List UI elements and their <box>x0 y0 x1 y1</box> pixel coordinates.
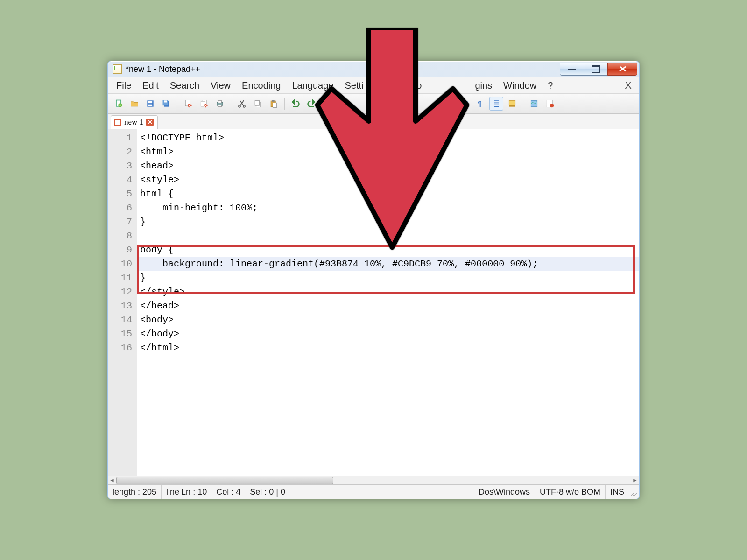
status-sel: Sel : 0 | 0 <box>245 485 290 499</box>
svg-rect-22 <box>273 103 276 107</box>
code-area[interactable]: <!DOCTYPE html><html><head><style>html {… <box>137 129 639 476</box>
minimize-button[interactable] <box>560 63 584 76</box>
code-line[interactable]: <!DOCTYPE html> <box>137 131 639 145</box>
code-line[interactable]: </head> <box>137 299 639 313</box>
menu-search[interactable]: Search <box>164 78 205 93</box>
open-file-icon[interactable] <box>127 97 141 111</box>
show-chars-icon[interactable]: ¶ <box>473 97 487 111</box>
line-gutter: 12345678910111213141516 <box>108 129 137 476</box>
menu-file[interactable]: File <box>111 78 137 93</box>
status-mode: INS <box>606 485 629 499</box>
titlebar: *new 1 - Notepad++ ✕ <box>108 61 639 77</box>
code-line[interactable]: min-height: 100%; <box>137 201 639 215</box>
code-line[interactable]: </style> <box>137 285 639 299</box>
line-number: 6 <box>108 201 137 215</box>
menu-window[interactable]: Window <box>498 78 542 93</box>
menu-macro[interactable]: acro <box>398 78 428 93</box>
menu-plugins[interactable]: gins <box>469 78 498 93</box>
svg-rect-27 <box>509 105 515 106</box>
scroll-left-icon[interactable]: ◄ <box>108 476 116 484</box>
code-line[interactable]: <style> <box>137 173 639 187</box>
status-line-fragment: line <box>162 485 180 499</box>
statusbar: length : 205 line Ln : 10 Col : 4 Sel : … <box>108 484 639 499</box>
svg-rect-7 <box>164 100 167 102</box>
line-number: 7 <box>108 215 137 229</box>
paste-icon[interactable] <box>267 97 281 111</box>
scroll-thumb[interactable] <box>116 477 333 484</box>
line-number: 5 <box>108 187 137 201</box>
save-icon[interactable] <box>143 97 157 111</box>
doc-map-icon[interactable] <box>527 97 541 111</box>
line-number: 10 <box>108 257 137 271</box>
tab-close-icon[interactable]: ✕ <box>146 119 154 126</box>
scroll-right-icon[interactable]: ► <box>631 476 639 484</box>
save-all-icon[interactable] <box>159 97 173 111</box>
code-line[interactable]: html { <box>137 187 639 201</box>
copy-icon[interactable] <box>251 97 265 111</box>
svg-rect-23 <box>439 100 443 105</box>
cut-icon[interactable] <box>235 97 249 111</box>
line-number: 8 <box>108 229 137 243</box>
code-line[interactable]: <body> <box>137 313 639 327</box>
line-number: 16 <box>108 341 137 355</box>
svg-text:¶: ¶ <box>478 99 481 107</box>
editor[interactable]: 12345678910111213141516 <!DOCTYPE html><… <box>108 129 639 476</box>
maximize-button[interactable] <box>584 63 608 76</box>
svg-rect-21 <box>272 100 275 102</box>
line-number: 2 <box>108 145 137 159</box>
code-line[interactable]: </body> <box>137 327 639 341</box>
code-line[interactable]: } <box>137 271 639 285</box>
code-line[interactable] <box>137 229 639 243</box>
menubar: File Edit Search View Encoding Language … <box>108 77 639 94</box>
code-line[interactable]: } <box>137 215 639 229</box>
menu-help[interactable]: ? <box>542 78 558 93</box>
code-line[interactable]: <head> <box>137 159 639 173</box>
line-number: 9 <box>108 243 137 257</box>
code-line[interactable]: <html> <box>137 145 639 159</box>
menu-view[interactable]: View <box>205 78 236 93</box>
print-icon[interactable] <box>213 97 227 111</box>
svg-point-30 <box>550 104 554 107</box>
code-line[interactable]: background: linear-gradient(#93B874 10%,… <box>137 257 639 271</box>
close-all-icon[interactable] <box>197 97 211 111</box>
line-number: 15 <box>108 327 137 341</box>
window-title: *new 1 - Notepad++ <box>126 64 200 74</box>
new-file-icon[interactable] <box>112 97 126 111</box>
menu-language[interactable]: Language <box>286 78 339 93</box>
resize-grip-icon[interactable] <box>629 488 637 496</box>
line-number: 12 <box>108 285 137 299</box>
svg-rect-3 <box>148 101 152 103</box>
close-file-icon[interactable] <box>181 97 195 111</box>
notepadpp-icon <box>113 64 122 74</box>
menu-edit[interactable]: Edit <box>137 78 164 93</box>
wrap-icon[interactable] <box>458 97 472 111</box>
indent-guide-icon[interactable] <box>489 97 503 111</box>
menu-settings[interactable]: Setti <box>339 78 369 93</box>
sync-scroll-icon[interactable] <box>436 97 450 111</box>
status-ln: Ln : 10 <box>180 485 211 499</box>
record-macro-icon[interactable] <box>543 97 557 111</box>
line-number: 14 <box>108 313 137 327</box>
tab-new1[interactable]: new 1 ✕ <box>111 115 158 129</box>
code-line[interactable]: </html> <box>137 341 639 355</box>
scroll-track[interactable] <box>116 476 631 484</box>
menu-encoding[interactable]: Encoding <box>236 78 286 93</box>
line-number: 1 <box>108 131 137 145</box>
undo-icon[interactable] <box>289 97 303 111</box>
user-lang-icon[interactable] <box>505 97 519 111</box>
redo-icon[interactable] <box>304 97 318 111</box>
horizontal-scrollbar[interactable]: ◄ ► <box>108 476 639 484</box>
close-button[interactable]: ✕ <box>607 63 637 76</box>
svg-rect-4 <box>148 105 152 106</box>
close-tab-button[interactable]: X <box>620 79 636 91</box>
line-number: 3 <box>108 159 137 173</box>
svg-rect-28 <box>531 100 537 106</box>
code-line[interactable]: body { <box>137 243 639 257</box>
status-eol: Dos\Windows <box>474 485 535 499</box>
status-length: length : 205 <box>108 485 162 499</box>
svg-point-17 <box>243 105 245 107</box>
line-number: 4 <box>108 173 137 187</box>
unsaved-indicator-icon <box>114 119 121 126</box>
svg-rect-15 <box>218 105 222 107</box>
line-number: 13 <box>108 299 137 313</box>
